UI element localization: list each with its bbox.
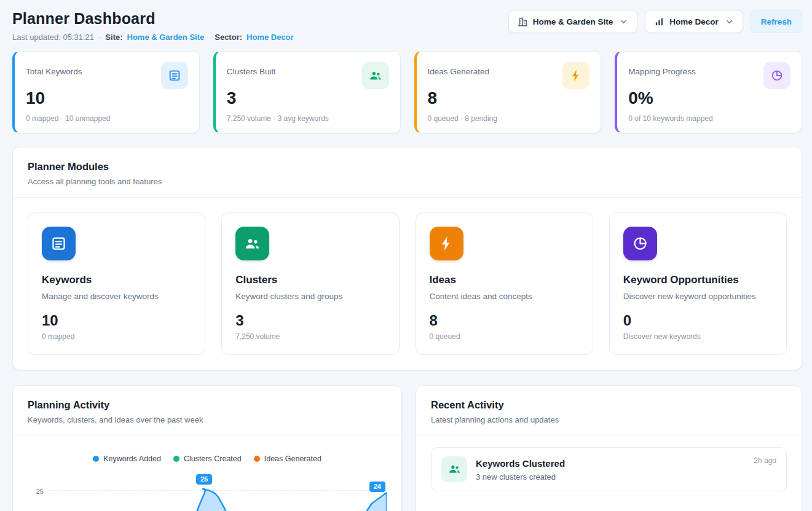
pie-chart-icon [763, 62, 790, 89]
legend-item-ideas-generated: Ideas Generated [254, 454, 321, 463]
page-header: Planner Dashboard Last updated: 05:31:21… [12, 10, 802, 42]
stats-row: Total Keywords 10 0 mapped · 10 unmapped… [12, 51, 802, 133]
legend-label: Clusters Created [184, 454, 242, 463]
stat-subtext: 0 of 10 keywords mapped [628, 114, 790, 123]
recent-activity-body: Keywords Clustered 3 new clusters create… [416, 436, 802, 502]
module-value: 10 [42, 312, 191, 329]
stat-value: 3 [227, 89, 389, 108]
stat-label: Clusters Built [227, 62, 276, 76]
stat-subtext: 7,250 volume · 3 avg keywords [227, 114, 389, 123]
section-title: Planning Activity [28, 399, 387, 411]
module-value: 3 [235, 312, 385, 329]
module-description: Keyword clusters and groups [235, 292, 385, 301]
module-description: Manage and discover keywords [42, 292, 191, 301]
legend-label: Keywords Added [103, 454, 161, 463]
module-description: Content ideas and concepts [430, 292, 579, 301]
section-subtitle: Latest planning actions and updates [431, 415, 787, 424]
module-subtext: 0 mapped [42, 332, 191, 341]
header-controls: Home & Garden Site Home Decor Refresh [508, 10, 802, 33]
module-title: Clusters [235, 274, 385, 286]
modules-grid: Keywords Manage and discover keywords 10… [13, 198, 802, 370]
module-description: Discover new keyword opportunities [623, 292, 773, 301]
module-subtext: 0 queued [430, 332, 579, 341]
stat-card-clusters-built: Clusters Built 3 7,250 volume · 3 avg ke… [213, 51, 401, 133]
meta-separator: · [98, 33, 101, 42]
activity-list-item[interactable]: Keywords Clustered 3 new clusters create… [431, 447, 787, 491]
module-title: Ideas [430, 274, 579, 286]
stat-label: Total Keywords [26, 62, 82, 76]
module-card-keywords[interactable]: Keywords Manage and discover keywords 10… [28, 213, 205, 355]
activity-item-text: Keywords Clustered 3 new clusters create… [476, 456, 565, 482]
activity-item-timestamp: 2h ago [754, 456, 776, 465]
planning-activity-chart: 25 25 24 [28, 477, 387, 511]
article-icon [42, 227, 76, 260]
section-subtitle: Keywords, clusters, and ideas over the p… [28, 415, 387, 424]
stat-label: Mapping Progress [628, 62, 696, 76]
section-title: Planner Modules [28, 161, 787, 173]
bottom-section: Planning Activity Keywords, clusters, an… [12, 385, 802, 511]
bolt-icon [430, 227, 463, 260]
header-left: Planner Dashboard Last updated: 05:31:21… [12, 10, 294, 42]
chart-point-label: 24 [369, 482, 385, 492]
module-title: Keywords [42, 274, 191, 286]
chevron-down-icon [619, 17, 628, 26]
planner-modules-panel: Planner Modules Access all planning tool… [12, 147, 802, 370]
last-updated-text: Last updated: 05:31:21 [12, 33, 94, 42]
bolt-icon [562, 62, 589, 89]
bar-chart-icon [654, 17, 664, 27]
stat-value: 0% [628, 89, 790, 108]
stat-card-ideas-generated: Ideas Generated 8 0 queued · 8 pending [414, 51, 602, 133]
module-subtext: Discover new keywords [623, 332, 773, 341]
planner-modules-header: Planner Modules Access all planning tool… [13, 147, 802, 198]
activity-item-title: Keywords Clustered [476, 456, 565, 469]
stat-label: Ideas Generated [428, 62, 490, 76]
stat-card-mapping-progress: Mapping Progress 0% 0 of 10 keywords map… [615, 51, 802, 133]
recent-activity-header: Recent Activity Latest planning actions … [416, 386, 802, 436]
module-value: 8 [430, 312, 579, 329]
refresh-button[interactable]: Refresh [751, 10, 802, 33]
section-title: Recent Activity [431, 399, 787, 411]
article-icon [161, 62, 188, 89]
legend-label: Ideas Generated [264, 454, 321, 463]
sector-link[interactable]: Home Decor [246, 33, 294, 42]
chart-plot-area: 25 24 [49, 477, 387, 511]
section-subtitle: Access all planning tools and features [28, 177, 787, 186]
module-title: Keyword Opportunities [623, 274, 773, 286]
groups-icon [362, 62, 389, 89]
sector-label: Sector: [215, 33, 242, 42]
legend-dot-icon [173, 456, 179, 462]
planning-activity-body: Keywords Added Clusters Created Ideas Ge… [13, 436, 401, 511]
module-card-clusters[interactable]: Clusters Keyword clusters and groups 3 7… [221, 213, 399, 355]
y-axis-tick: 25 [28, 477, 49, 511]
stat-value: 8 [428, 89, 590, 108]
activity-item-description: 3 new clusters created [476, 472, 565, 482]
planning-activity-panel: Planning Activity Keywords, clusters, an… [12, 385, 402, 511]
chart-legend: Keywords Added Clusters Created Ideas Ge… [28, 454, 387, 463]
legend-dot-icon [93, 456, 99, 462]
module-card-ideas[interactable]: Ideas Content ideas and concepts 8 0 que… [416, 213, 593, 355]
building-icon [518, 17, 528, 27]
module-value: 0 [623, 312, 773, 329]
site-link[interactable]: Home & Garden Site [127, 33, 205, 42]
stat-subtext: 0 mapped · 10 unmapped [26, 114, 188, 123]
sector-selector-label: Home Decor [669, 17, 719, 26]
chart-point-label: 25 [196, 474, 212, 485]
module-card-keyword-opportunities[interactable]: Keyword Opportunities Discover new keywo… [609, 213, 787, 355]
recent-activity-panel: Recent Activity Latest planning actions … [416, 385, 802, 511]
stat-subtext: 0 queued · 8 pending [428, 114, 590, 123]
site-selector-dropdown[interactable]: Home & Garden Site [508, 10, 638, 33]
legend-dot-icon [254, 456, 260, 462]
legend-item-clusters-created: Clusters Created [173, 454, 242, 463]
site-selector-label: Home & Garden Site [533, 17, 613, 26]
groups-icon [235, 227, 269, 260]
area-series [49, 483, 387, 511]
header-meta: Last updated: 05:31:21 · Site: Home & Ga… [12, 33, 294, 42]
site-label: Site: [105, 33, 122, 42]
planner-dashboard-page: Planner Dashboard Last updated: 05:31:21… [0, 0, 812, 511]
groups-icon [441, 456, 467, 482]
page-title: Planner Dashboard [12, 10, 294, 28]
stat-value: 10 [26, 89, 188, 108]
module-subtext: 7,250 volume [235, 332, 385, 341]
pie-chart-icon [623, 227, 657, 260]
sector-selector-dropdown[interactable]: Home Decor [645, 10, 743, 33]
